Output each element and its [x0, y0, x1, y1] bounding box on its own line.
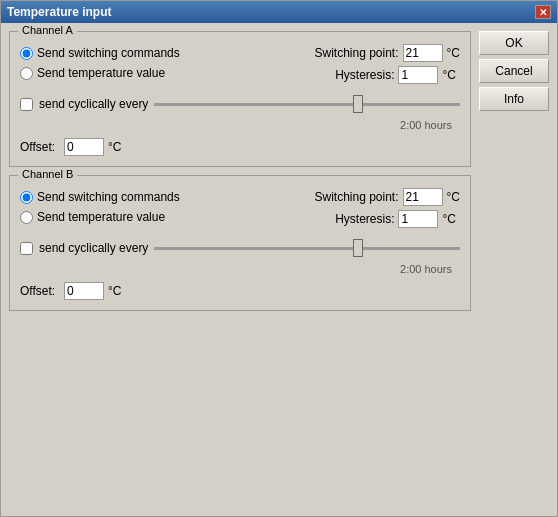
channel-a-slider-container — [154, 94, 460, 114]
channel-b-offset-row: Offset: °C — [20, 282, 460, 300]
channel-a-hysteresis-input[interactable] — [398, 66, 438, 84]
channel-a-slider-track — [154, 103, 460, 106]
channel-b-cyclic-checkbox[interactable] — [20, 242, 33, 255]
channel-a-fields: Switching point: °C Hysteresis: °C — [314, 44, 460, 84]
channel-a-offset-unit: °C — [108, 140, 121, 154]
channel-b-radio-temperature[interactable] — [20, 211, 33, 224]
channel-b-offset-label: Offset: — [20, 284, 60, 298]
channel-b-hysteresis-unit: °C — [442, 212, 455, 226]
channel-b-switching-point-input[interactable] — [403, 188, 443, 206]
channel-b-slider-value-row: 2:00 hours — [20, 262, 456, 276]
channel-a-group: Channel A Send switching commands Send t… — [9, 31, 471, 167]
channel-b-slider-thumb[interactable] — [353, 239, 363, 257]
channel-a-main-row: Send switching commands Send temperature… — [20, 44, 460, 84]
channel-b-switching-point-unit: °C — [447, 190, 460, 204]
channel-b-bottom: send cyclically every 2:00 hours Offs — [20, 238, 460, 300]
channel-a-offset-row: Offset: °C — [20, 138, 460, 156]
channel-a-slider-value: 2:00 hours — [400, 119, 452, 131]
channel-a-radio-options: Send switching commands Send temperature… — [20, 44, 180, 82]
side-buttons: OK Cancel Info — [479, 31, 549, 508]
main-content: Channel A Send switching commands Send t… — [9, 31, 471, 508]
ok-button[interactable]: OK — [479, 31, 549, 55]
channel-a-legend: Channel A — [18, 24, 77, 36]
channel-b-cyclic-row: send cyclically every — [20, 238, 460, 258]
temperature-input-window: Temperature input ✕ Channel A Send switc… — [0, 0, 558, 517]
channel-a-radio-temperature[interactable] — [20, 67, 33, 80]
info-button[interactable]: Info — [479, 87, 549, 111]
channel-a-bottom: send cyclically every 2:00 hours Offs — [20, 94, 460, 156]
channel-b-cyclic-label: send cyclically every — [39, 241, 148, 255]
channel-a-cyclic-label: send cyclically every — [39, 97, 148, 111]
channel-a-hysteresis-label: Hysteresis: — [314, 68, 394, 82]
window-title: Temperature input — [7, 5, 111, 19]
channel-a-offset-input[interactable] — [64, 138, 104, 156]
channel-a-cyclic-row: send cyclically every — [20, 94, 460, 114]
channel-b-switching-point-row: Switching point: °C — [314, 188, 460, 206]
channel-a-radio2-label: Send temperature value — [37, 66, 165, 80]
channel-b-radio-options: Send switching commands Send temperature… — [20, 188, 180, 226]
channel-a-slider-value-row: 2:00 hours — [20, 118, 456, 132]
channel-b-switching-point-label: Switching point: — [314, 190, 398, 204]
channel-b-legend: Channel B — [18, 168, 77, 180]
channel-b-slider-container — [154, 238, 460, 258]
window-body: Channel A Send switching commands Send t… — [1, 23, 557, 516]
channel-a-content: Send switching commands Send temperature… — [20, 44, 460, 156]
channel-b-radio-switching[interactable] — [20, 191, 33, 204]
channel-b-offset-unit: °C — [108, 284, 121, 298]
channel-b-slider-track — [154, 247, 460, 250]
channel-b-radio2-row: Send temperature value — [20, 210, 180, 224]
channel-b-radio1-row: Send switching commands — [20, 190, 180, 204]
title-bar: Temperature input ✕ — [1, 1, 557, 23]
channel-a-hysteresis-unit: °C — [442, 68, 455, 82]
channel-a-hysteresis-row: Hysteresis: °C — [314, 66, 460, 84]
channel-b-slider-value: 2:00 hours — [400, 263, 452, 275]
channel-a-switching-point-row: Switching point: °C — [314, 44, 460, 62]
channel-a-switching-point-input[interactable] — [403, 44, 443, 62]
channel-b-fields: Switching point: °C Hysteresis: °C — [314, 188, 460, 228]
channel-a-switching-point-label: Switching point: — [314, 46, 398, 60]
channel-b-offset-input[interactable] — [64, 282, 104, 300]
channel-a-switching-point-unit: °C — [447, 46, 460, 60]
channel-a-radio1-label: Send switching commands — [37, 46, 180, 60]
channel-b-radio1-label: Send switching commands — [37, 190, 180, 204]
channel-b-main-row: Send switching commands Send temperature… — [20, 188, 460, 228]
channel-b-hysteresis-label: Hysteresis: — [314, 212, 394, 226]
channel-a-radio1-row: Send switching commands — [20, 46, 180, 60]
channel-a-radio2-row: Send temperature value — [20, 66, 180, 80]
cancel-button[interactable]: Cancel — [479, 59, 549, 83]
channel-b-hysteresis-input[interactable] — [398, 210, 438, 228]
channel-a-radio-switching[interactable] — [20, 47, 33, 60]
close-button[interactable]: ✕ — [535, 5, 551, 19]
channel-b-group: Channel B Send switching commands Send t… — [9, 175, 471, 311]
channel-b-radio2-label: Send temperature value — [37, 210, 165, 224]
channel-b-hysteresis-row: Hysteresis: °C — [314, 210, 460, 228]
channel-a-slider-thumb[interactable] — [353, 95, 363, 113]
channel-a-cyclic-checkbox[interactable] — [20, 98, 33, 111]
channel-b-content: Send switching commands Send temperature… — [20, 188, 460, 300]
channel-a-offset-label: Offset: — [20, 140, 60, 154]
